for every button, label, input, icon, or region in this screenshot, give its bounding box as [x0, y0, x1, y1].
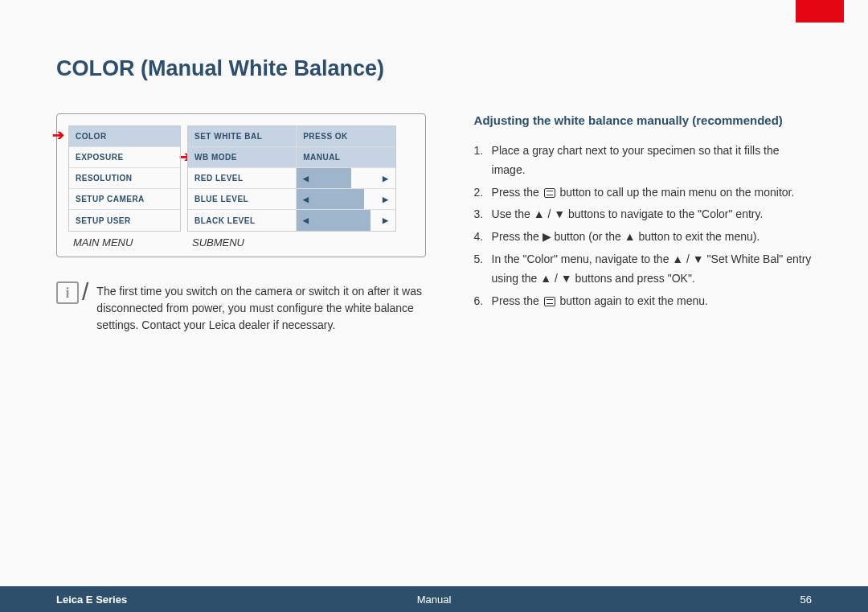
- submenu-label: BLACK LEVEL: [188, 210, 296, 231]
- menu-item-exposure: EXPOSURE: [69, 147, 180, 167]
- sub-menu-panel: SET WHITE BAL PRESS OK WB MODE MANUAL RE…: [187, 125, 396, 232]
- submenu-label: WB MODE: [188, 147, 296, 167]
- main-menu-label: MAIN MENU: [68, 236, 187, 248]
- slash-icon: /: [82, 278, 88, 306]
- step-item: 4. Press the ▶ button (or the ▲ button t…: [474, 228, 812, 247]
- footer-page-number: 56: [560, 594, 812, 606]
- submenu-label: SET WHITE BAL: [188, 126, 296, 146]
- info-text: The ﬁrst time you switch on the camera o…: [96, 281, 425, 334]
- step-item: 5. In the "Color" menu, navigate to the …: [474, 250, 812, 289]
- menu-diagram: ➔ ➔ COLOR EXPOSURE RESOLUTION SETUP CAME…: [56, 113, 426, 257]
- steps-list: 1. Place a gray chart next to your speci…: [474, 142, 812, 310]
- brand-tab: [796, 0, 844, 23]
- step-item: 3. Use the ▲ / ▼ buttons to navigate to …: [474, 205, 812, 224]
- submenu-value: PRESS OK: [296, 126, 395, 146]
- section-heading: Adjusting the white balance manually (re…: [474, 113, 812, 127]
- submenu-label: BLUE LEVEL: [188, 189, 296, 209]
- step-item: 2. Press the button to call up the main …: [474, 183, 812, 203]
- submenu-slider: ◀ ▶: [296, 210, 395, 231]
- page-content: COLOR (Manual White Balance) ➔ ➔ COLOR E…: [0, 0, 868, 334]
- footer-left: Leica E Series: [56, 594, 308, 606]
- step-item: 6. Press the button again to exit the me…: [474, 292, 812, 311]
- menu-item-color: COLOR: [69, 126, 180, 146]
- submenu-label: RED LEVEL: [188, 168, 296, 188]
- info-icon: i: [56, 281, 79, 304]
- footer-center: Manual: [308, 594, 559, 606]
- info-note: i / The ﬁrst time you switch on the came…: [56, 281, 426, 334]
- menu-button-icon: [544, 188, 555, 198]
- menu-item-resolution: RESOLUTION: [69, 168, 180, 188]
- triangle-left-icon: ◀: [303, 216, 309, 224]
- submenu-slider: ◀ ▶: [296, 189, 395, 209]
- menu-button-icon: [544, 297, 555, 306]
- triangle-right-icon: ▶: [383, 175, 389, 183]
- page-footer: Leica E Series Manual 56: [0, 586, 868, 612]
- submenu-slider: ◀ ▶: [296, 168, 395, 188]
- triangle-left-icon: ◀: [303, 195, 309, 203]
- triangle-right-icon: ▶: [383, 195, 389, 203]
- menu-item-setup-camera: SETUP CAMERA: [69, 189, 180, 209]
- triangle-right-icon: ▶: [383, 216, 389, 224]
- triangle-left-icon: ◀: [303, 175, 309, 183]
- step-item: 1. Place a gray chart next to your speci…: [474, 142, 812, 180]
- sub-menu-label: SUBMENU: [187, 236, 244, 248]
- submenu-value: MANUAL: [296, 147, 395, 167]
- menu-item-setup-user: SETUP USER: [69, 210, 180, 231]
- main-menu-panel: COLOR EXPOSURE RESOLUTION SETUP CAMERA S…: [68, 125, 181, 232]
- arrow-icon: ➔: [52, 126, 64, 144]
- page-title: COLOR (Manual White Balance): [56, 56, 812, 81]
